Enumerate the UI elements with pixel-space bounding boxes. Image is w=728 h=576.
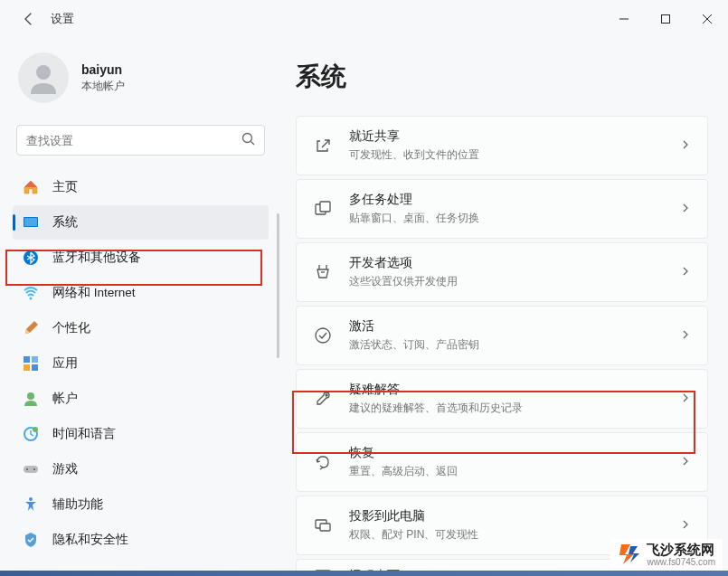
nav-label: 游戏 [52,461,78,477]
developer-icon [313,262,333,282]
bluetooth-icon [22,249,40,267]
svg-rect-12 [32,364,38,371]
nav-label: 时间和语言 [52,426,116,442]
recovery-icon [313,452,333,472]
svg-point-15 [33,427,38,432]
svg-point-19 [29,497,33,501]
taskbar-edge [0,571,728,576]
svg-point-13 [27,392,34,400]
card-title: 开发者选项 [349,255,680,271]
watermark-title: 飞沙系统网 [647,543,715,558]
settings-list: 就近共享 可发现性、收到文件的位置 多任务处理 贴靠窗口、桌面、任务切换 开发者… [296,116,708,576]
profile-name: baiyun [81,62,125,77]
svg-rect-1 [662,15,670,24]
card-title: 恢复 [349,445,680,461]
nav-label: 网络和 Internet [52,285,136,301]
nav-list: 主页 系统 蓝牙和其他设备 网络和 Internet 个性化 应用 [13,170,269,557]
profile-sub: 本地帐户 [81,79,125,94]
nav-item-accounts[interactable]: 帐户 [13,382,269,416]
nav-label: 蓝牙和其他设备 [52,250,141,266]
maximize-button[interactable] [645,0,686,38]
card-multitasking[interactable]: 多任务处理 贴靠窗口、桌面、任务切换 [296,179,708,239]
nav-label: 系统 [52,214,78,231]
nav-item-accessibility[interactable]: 辅助功能 [13,487,269,522]
card-text: 投影到此电脑 权限、配对 PIN、可发现性 [349,508,680,543]
chevron-right-icon [680,264,691,280]
card-text: 多任务处理 贴靠窗口、桌面、任务切换 [349,192,680,226]
search-input[interactable] [26,134,241,147]
nav-item-bluetooth[interactable]: 蓝牙和其他设备 [13,241,269,275]
svg-rect-21 [320,202,330,212]
svg-rect-6 [24,218,37,226]
card-text: 激活 激活状态、订阅、产品密钥 [349,318,680,353]
svg-line-4 [251,141,255,145]
svg-rect-11 [24,364,30,371]
apps-icon [22,354,40,373]
watermark: 飞沙系统网 www.fs0745.com [610,539,723,571]
share-icon [313,136,333,156]
project-icon [313,515,333,535]
nav-item-system[interactable]: 系统 [13,205,269,240]
nav-item-time[interactable]: 时间和语言 [13,417,269,451]
search-box[interactable] [16,125,265,156]
card-sub: 重置、高级启动、返回 [349,464,680,479]
search-icon [241,132,255,149]
nav-item-privacy[interactable]: 隐私和安全性 [13,523,269,557]
time-icon [22,425,40,443]
nav-item-personalization[interactable]: 个性化 [13,311,269,345]
close-icon [702,14,713,24]
svg-rect-10 [32,356,38,363]
card-activation[interactable]: 激活 激活状态、订阅、产品密钥 [296,306,708,365]
watermark-url: www.fs0745.com [647,557,715,567]
svg-rect-9 [24,356,30,363]
maximize-icon [660,14,671,24]
avatar-icon [25,60,61,96]
window-header: 设置 [0,0,728,38]
nav-label: 辅助功能 [52,496,103,513]
chevron-right-icon [680,391,691,407]
nav-label: 帐户 [52,391,78,407]
card-sub: 建议的疑难解答、首选项和历史记录 [349,401,680,416]
watermark-text: 飞沙系统网 www.fs0745.com [647,543,715,568]
chevron-right-icon [680,201,691,217]
home-icon [22,178,40,196]
card-nearby-share[interactable]: 就近共享 可发现性、收到文件的位置 [296,116,708,175]
card-sub: 可发现性、收到文件的位置 [349,147,680,163]
card-title: 就近共享 [349,128,680,145]
nav-item-gaming[interactable]: 游戏 [13,452,269,486]
card-developer[interactable]: 开发者选项 这些设置仅供开发使用 [296,242,708,302]
card-troubleshoot[interactable]: 疑难解答 建议的疑难解答、首选项和历史记录 [296,369,708,429]
avatar [18,52,69,103]
arrow-left-icon [22,12,36,26]
back-button[interactable] [18,8,40,30]
accessibility-icon [22,496,40,514]
card-text: 疑难解答 建议的疑难解答、首选项和历史记录 [349,382,680,416]
svg-point-8 [30,297,33,300]
nav-label: 隐私和安全性 [52,532,128,548]
nav-item-home[interactable]: 主页 [13,170,269,204]
chevron-right-icon [680,454,691,470]
svg-point-3 [243,133,252,142]
troubleshoot-icon [313,389,333,409]
chevron-right-icon [680,327,691,344]
minimize-button[interactable] [603,0,645,38]
card-recovery[interactable]: 恢复 重置、高级启动、返回 [296,432,708,492]
window-controls [603,0,728,38]
card-title: 多任务处理 [349,192,680,208]
activation-icon [313,326,333,345]
close-button[interactable] [686,0,728,38]
profile-section[interactable]: baiyun 本地帐户 [13,38,269,121]
card-sub: 激活状态、订阅、产品密钥 [349,337,680,353]
nav-label: 应用 [52,355,78,372]
accounts-icon [22,390,40,408]
card-title: 疑难解答 [349,382,680,398]
card-text: 开发者选项 这些设置仅供开发使用 [349,255,680,289]
nav-label: 个性化 [52,320,90,336]
minimize-icon [619,14,629,24]
card-sub: 这些设置仅供开发使用 [349,274,680,289]
nav-item-apps[interactable]: 应用 [13,346,269,381]
system-icon [22,213,40,231]
svg-point-24 [326,394,327,396]
svg-rect-16 [24,466,38,473]
nav-item-network[interactable]: 网络和 Internet [13,276,269,310]
